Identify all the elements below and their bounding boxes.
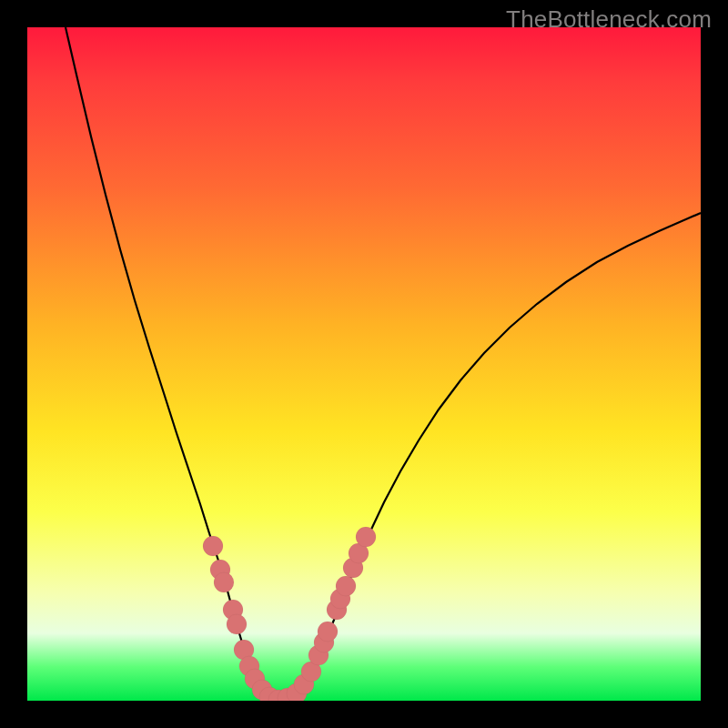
bottleneck-curve [66, 27, 701, 700]
highlight-dot [214, 572, 234, 592]
highlight-dot [356, 527, 376, 547]
highlight-dots-group [203, 527, 376, 701]
chart-plot-area [27, 27, 701, 701]
highlight-dot [336, 576, 356, 596]
highlight-dot [318, 622, 338, 642]
highlight-dot [227, 614, 247, 634]
chart-svg [27, 27, 701, 701]
highlight-dot [203, 536, 223, 556]
watermark-text: TheBottleneck.com [506, 5, 712, 34]
